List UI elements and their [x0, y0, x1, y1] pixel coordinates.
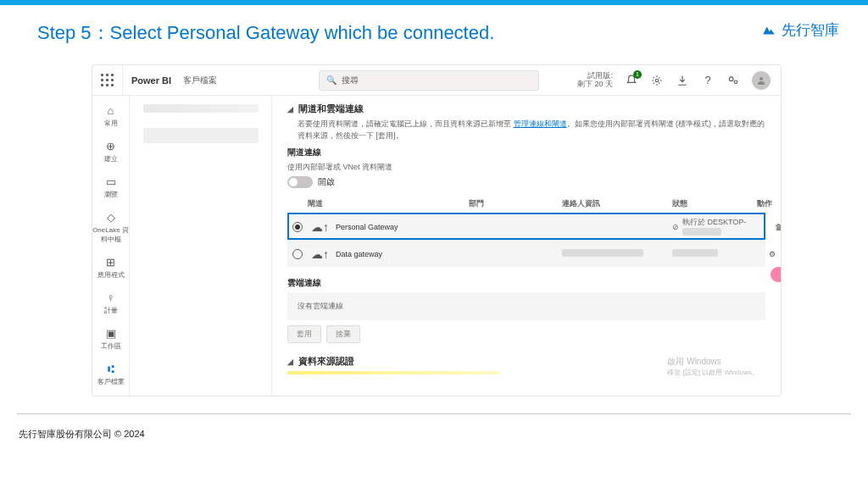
brand-logo: 先行智庫	[761, 20, 839, 40]
gateway-table-header: 閘道 部門 連絡人資訊 狀態 動作	[287, 195, 765, 213]
checkmark-icon: ⊘	[672, 223, 679, 231]
cloud-connections-heading: 雲端連線	[287, 277, 765, 289]
notifications-icon[interactable]: 1	[625, 74, 638, 87]
cloud-none-message: 沒有雲端連線	[287, 292, 765, 320]
gateway-row-data[interactable]: ☁↑Data gateway ⚙▷	[287, 240, 765, 267]
svg-point-2	[734, 80, 737, 84]
rail-customer[interactable]: ⑆客戶檔案	[92, 359, 129, 391]
powerbi-screenshot: Power BI 客戶檔案 🔍 搜尋 試用版: 剩下 20 天 1 ?	[92, 64, 782, 396]
caret-icon: ◢	[287, 358, 293, 366]
section-description: 若要使用資料閘道，請確定電腦已上線，而且資料來源已新增至 管理連線和閘道。如果您…	[298, 119, 765, 141]
rail-workspaces[interactable]: ▣工作區	[92, 324, 129, 356]
avatar[interactable]	[752, 71, 771, 90]
app-launcher-icon[interactable]	[92, 65, 123, 96]
delete-icon[interactable]: 🗑	[775, 223, 782, 231]
settings-row-icon[interactable]: ⚙	[769, 250, 776, 258]
rail-apps[interactable]: ⊞應用程式	[92, 252, 129, 285]
radio-unselected[interactable]	[292, 249, 303, 259]
manage-connections-link[interactable]: 管理連線和閘道	[514, 119, 567, 128]
apply-button[interactable]: 套用	[287, 325, 321, 343]
gateway-toggle[interactable]: 開啟	[287, 176, 765, 188]
rail-more[interactable]: ⋯	[92, 395, 129, 396]
help-icon[interactable]: ?	[701, 74, 715, 87]
side-tab[interactable]	[771, 267, 782, 282]
highlight-underline	[287, 371, 499, 374]
discard-button[interactable]: 捨棄	[326, 325, 360, 343]
trial-status: 試用版: 剩下 20 天	[577, 72, 613, 89]
nav-rail: ⌂常用 ⊕建立 ▭瀏覽 ◇OneLake 資料中樞 ⊞應用程式 ♀計量 ▣工作區…	[92, 96, 130, 396]
rail-metrics[interactable]: ♀計量	[92, 288, 129, 320]
step-title: Step 5：Select Personal Gateway which be …	[37, 20, 494, 46]
cloud-upload-icon: ☁↑	[311, 247, 329, 261]
main-content: ◢ 閘道和雲端連線 若要使用資料閘道，請確定電腦已上線，而且資料來源已新增至 管…	[272, 96, 781, 396]
section-gateway-cloud[interactable]: ◢ 閘道和雲端連線	[287, 103, 765, 115]
search-input[interactable]: 🔍 搜尋	[319, 70, 539, 91]
cloud-upload-icon: ☁↑	[311, 220, 329, 234]
rail-home[interactable]: ⌂常用	[92, 101, 129, 133]
rail-create[interactable]: ⊕建立	[92, 136, 129, 169]
page-footer: 先行智庫股份有限公司 © 2024	[0, 414, 868, 441]
svg-point-1	[729, 76, 733, 80]
gateway-row-personal[interactable]: ☁↑Personal Gateway ⊘執行於 DESKTOP- 🗑	[287, 213, 765, 240]
app-name: Power BI	[123, 75, 180, 86]
search-icon: 🔍	[326, 75, 337, 85]
gateway-connections-desc: 使用內部部署或 VNet 資料閘道	[287, 162, 765, 173]
rail-browse[interactable]: ▭瀏覽	[92, 172, 129, 204]
breadcrumb[interactable]: 客戶檔案	[180, 75, 217, 86]
caret-icon: ◢	[287, 105, 293, 114]
settings-icon[interactable]	[650, 74, 664, 87]
svg-point-3	[760, 77, 763, 80]
radio-selected[interactable]	[292, 222, 303, 232]
left-pane	[130, 96, 272, 396]
rail-onelake[interactable]: ◇OneLake 資料中樞	[92, 208, 129, 249]
windows-watermark: 啟用 Windows 移至 [設定] 以啟用 Windows。	[667, 356, 759, 377]
gateway-connections-heading: 閘道連線	[287, 147, 765, 158]
download-icon[interactable]	[676, 74, 689, 87]
feedback-icon[interactable]	[726, 74, 740, 87]
svg-point-0	[655, 79, 659, 82]
